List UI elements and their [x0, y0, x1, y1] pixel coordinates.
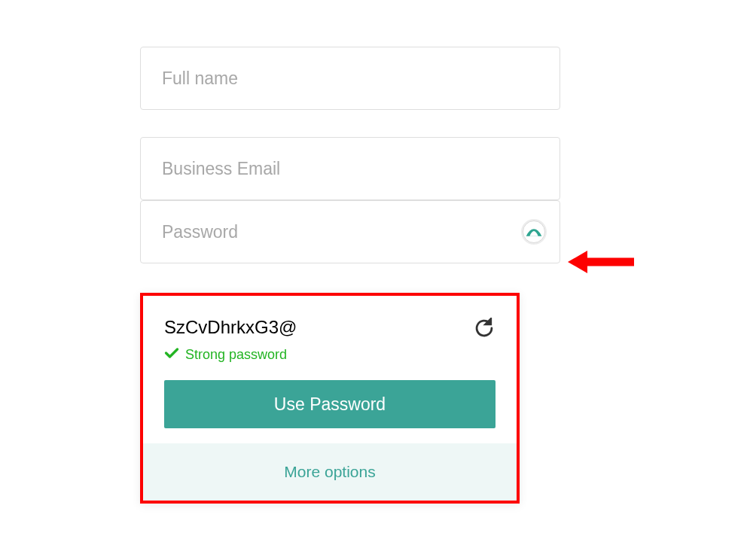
password-row: SzCvDhrkxG3@ — [164, 317, 495, 339]
generated-password-text: SzCvDhrkxG3@ — [164, 317, 297, 338]
svg-marker-2 — [568, 251, 587, 273]
popup-footer: More options — [143, 443, 517, 501]
refresh-icon[interactable] — [473, 317, 495, 339]
password-manager-icon[interactable] — [521, 219, 547, 245]
password-wrapper — [140, 200, 560, 263]
use-password-button[interactable]: Use Password — [164, 380, 495, 428]
check-icon — [164, 345, 179, 364]
password-strength-row: Strong password — [164, 345, 495, 364]
password-strength-label: Strong password — [185, 347, 287, 363]
password-generator-popup: SzCvDhrkxG3@ Strong password Use Passwor… — [140, 293, 520, 504]
email-input[interactable] — [140, 137, 560, 200]
password-input[interactable] — [140, 200, 560, 263]
arrow-annotation-icon — [568, 247, 636, 280]
popup-body: SzCvDhrkxG3@ Strong password Use Passwor… — [143, 296, 517, 443]
more-options-button[interactable]: More options — [284, 463, 375, 481]
fullname-input[interactable] — [140, 47, 560, 110]
signup-form — [140, 47, 560, 263]
